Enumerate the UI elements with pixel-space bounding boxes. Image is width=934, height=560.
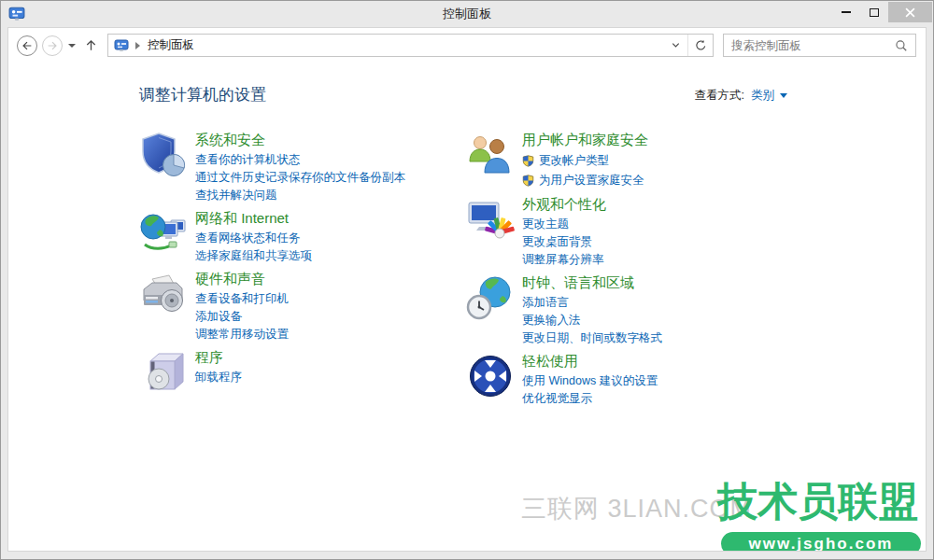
category-title[interactable]: 轻松使用 bbox=[522, 352, 658, 371]
up-button[interactable] bbox=[84, 38, 98, 52]
back-button[interactable] bbox=[17, 35, 37, 56]
task-link[interactable]: 添加设备 bbox=[195, 308, 289, 326]
view-by-dropdown[interactable]: 类别 bbox=[751, 88, 787, 104]
control-panel-window: 控制面板 bbox=[0, 0, 934, 560]
forward-button[interactable] bbox=[42, 35, 63, 56]
main-area: 调整计算机的设置 查看方式: 类别 bbox=[8, 63, 926, 413]
address-bar[interactable]: 控制面板 bbox=[107, 34, 714, 57]
category-clock-language-region: 时钟、语言和区域 添加语言 更换输入法 更改日期、时间或数字格式 bbox=[466, 273, 926, 347]
chevron-down-icon bbox=[671, 40, 681, 50]
task-link[interactable]: 更换输入法 bbox=[522, 312, 662, 329]
task-link[interactable]: 更改主题 bbox=[522, 216, 606, 233]
globe-monitors-icon bbox=[139, 209, 188, 258]
task-link[interactable]: 通过文件历史记录保存你的文件备份副本 bbox=[195, 169, 405, 187]
watermark-jsgho-logo: 技术员联盟 bbox=[717, 482, 918, 522]
task-link[interactable]: 查看设备和打印机 bbox=[195, 290, 289, 308]
category-title[interactable]: 硬件和声音 bbox=[195, 270, 289, 288]
breadcrumb-location[interactable]: 控制面板 bbox=[148, 37, 194, 53]
category-hardware-sound: 硬件和声音 查看设备和打印机 添加设备 调整常用移动设置 bbox=[139, 270, 466, 343]
globe-clock-icon bbox=[466, 273, 515, 322]
refresh-button[interactable] bbox=[688, 35, 713, 56]
category-title[interactable]: 时钟、语言和区域 bbox=[522, 273, 662, 292]
category-appearance-personalization: 外观和个性化 更改主题 更改桌面背景 调整屏幕分辨率 bbox=[466, 195, 926, 269]
task-link[interactable]: 查看网络状态和任务 bbox=[195, 230, 312, 247]
task-link[interactable]: 查看你的计算机状态 bbox=[195, 151, 405, 169]
task-link[interactable]: 更改帐户类型 bbox=[522, 151, 648, 171]
maximize-icon bbox=[870, 8, 879, 17]
view-by-value: 类别 bbox=[751, 88, 774, 104]
task-link[interactable]: 更改桌面背景 bbox=[522, 233, 606, 251]
address-dropdown-button[interactable] bbox=[663, 35, 687, 56]
task-link-label: 为用户设置家庭安全 bbox=[539, 171, 644, 190]
back-arrow-icon bbox=[21, 39, 34, 52]
category-grid: 系统和安全 查看你的计算机状态 通过文件历史记录保存你的文件备份副本 查找并解决… bbox=[139, 131, 926, 413]
window-title: 控制面板 bbox=[1, 6, 933, 22]
search-button[interactable] bbox=[893, 39, 915, 52]
task-link[interactable]: 为用户设置家庭安全 bbox=[522, 171, 648, 190]
task-link[interactable]: 更改日期、时间或数字格式 bbox=[522, 329, 662, 347]
task-link[interactable]: 选择家庭组和共享选项 bbox=[195, 247, 312, 265]
monitor-colors-icon bbox=[466, 195, 515, 244]
search-box bbox=[723, 34, 916, 57]
task-link[interactable]: 使用 Windows 建议的设置 bbox=[522, 372, 658, 390]
task-link[interactable]: 优化视觉显示 bbox=[522, 390, 658, 408]
close-button[interactable] bbox=[888, 2, 932, 22]
category-column-right: 用户帐户和家庭安全 更改帐户类型 bbox=[466, 131, 926, 413]
window-controls bbox=[832, 2, 932, 22]
task-link[interactable]: 调整常用移动设置 bbox=[195, 326, 289, 343]
control-panel-icon bbox=[114, 38, 129, 53]
task-link[interactable]: 查找并解决问题 bbox=[195, 187, 405, 204]
category-system-security: 系统和安全 查看你的计算机状态 通过文件历史记录保存你的文件备份副本 查找并解决… bbox=[139, 131, 466, 204]
recent-pages-dropdown[interactable] bbox=[68, 44, 76, 48]
search-icon bbox=[895, 39, 908, 52]
minimize-button[interactable] bbox=[832, 2, 860, 22]
category-title[interactable]: 程序 bbox=[195, 348, 242, 367]
category-title[interactable]: 用户帐户和家庭安全 bbox=[522, 131, 648, 149]
category-title[interactable]: 外观和个性化 bbox=[522, 195, 606, 214]
maximize-button[interactable] bbox=[860, 2, 888, 22]
uac-shield-icon bbox=[522, 155, 534, 167]
uac-shield-icon bbox=[522, 175, 534, 187]
page-title: 调整计算机的设置 bbox=[139, 84, 926, 105]
task-link[interactable]: 添加语言 bbox=[522, 294, 662, 312]
category-column-left: 系统和安全 查看你的计算机状态 通过文件历史记录保存你的文件备份副本 查找并解决… bbox=[139, 131, 466, 413]
software-box-cd-icon bbox=[139, 348, 188, 397]
category-title[interactable]: 网络和 Internet bbox=[195, 209, 312, 228]
close-icon bbox=[905, 7, 915, 18]
two-users-icon bbox=[466, 131, 515, 179]
category-user-accounts-family-safety: 用户帐户和家庭安全 更改帐户类型 bbox=[466, 131, 926, 190]
refresh-icon bbox=[695, 39, 707, 51]
breadcrumb-chevron-icon bbox=[135, 42, 140, 49]
task-link[interactable]: 调整屏幕分辨率 bbox=[522, 251, 606, 269]
search-input[interactable] bbox=[724, 39, 893, 52]
task-link[interactable]: 卸载程序 bbox=[195, 369, 242, 386]
title-bar: 控制面板 bbox=[1, 1, 933, 27]
view-by-label: 查看方式: bbox=[695, 88, 744, 104]
breadcrumb[interactable]: 控制面板 bbox=[108, 35, 196, 56]
view-by-control: 查看方式: 类别 bbox=[695, 88, 787, 104]
printer-speaker-icon bbox=[139, 270, 188, 318]
category-title[interactable]: 系统和安全 bbox=[195, 131, 405, 149]
category-network-internet: 网络和 Internet 查看网络状态和任务 选择家庭组和共享选项 bbox=[139, 209, 466, 265]
category-ease-of-access: 轻松使用 使用 Windows 建议的设置 优化视觉显示 bbox=[466, 352, 926, 408]
window-content: 控制面板 bbox=[7, 27, 927, 552]
watermark-jsgho-url: www.jsgho.com bbox=[721, 532, 921, 552]
shield-pie-icon bbox=[139, 131, 188, 179]
up-arrow-icon bbox=[84, 38, 98, 52]
category-programs: 程序 卸载程序 bbox=[139, 348, 466, 397]
forward-arrow-icon bbox=[46, 39, 59, 52]
minimize-icon bbox=[842, 11, 851, 13]
task-link-label: 更改帐户类型 bbox=[539, 151, 609, 171]
navigation-toolbar: 控制面板 bbox=[8, 28, 926, 63]
ease-of-access-icon bbox=[466, 352, 515, 400]
view-by-caret-icon bbox=[780, 93, 787, 98]
